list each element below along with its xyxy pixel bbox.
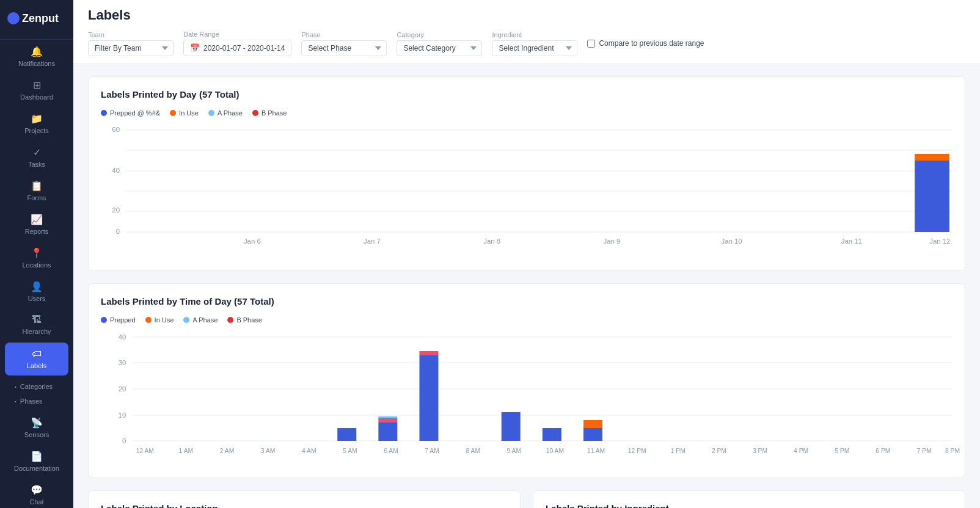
sidebar-item-sensors[interactable]: 📡 Sensors xyxy=(0,411,73,445)
svg-rect-53 xyxy=(378,423,397,441)
svg-rect-52 xyxy=(337,428,356,441)
sidebar-subitem-categories[interactable]: Categories xyxy=(0,379,73,394)
ingredient-filter-label: Ingredient xyxy=(492,31,577,38)
legend-time-aphase: A Phase xyxy=(183,316,218,324)
svg-text:8 PM: 8 PM xyxy=(945,448,960,454)
legend-dot-time-prepped xyxy=(101,317,107,323)
legend-aphase: A Phase xyxy=(208,109,243,117)
svg-rect-61 xyxy=(583,420,602,428)
phase-select[interactable]: Select Phase xyxy=(301,40,387,56)
svg-text:Zenput: Zenput xyxy=(22,12,59,24)
svg-text:11 AM: 11 AM xyxy=(587,448,605,454)
sidebar-item-labels[interactable]: 🏷 Labels xyxy=(5,343,68,376)
sidebar-item-label: Projects xyxy=(24,127,49,134)
category-select[interactable]: Select Category xyxy=(397,40,482,56)
ingredient-filter: Ingredient Select Ingredient xyxy=(492,31,577,56)
sidebar-item-projects[interactable]: 📁 Projects xyxy=(0,107,73,140)
legend-time-inuse: In Use xyxy=(145,316,174,324)
svg-text:12 AM: 12 AM xyxy=(136,448,154,454)
svg-text:20: 20 xyxy=(119,385,126,393)
svg-text:4 AM: 4 AM xyxy=(302,448,316,454)
sidebar-item-forms[interactable]: 📋 Forms xyxy=(0,174,73,208)
legend-label-aphase: A Phase xyxy=(218,109,243,117)
svg-text:40: 40 xyxy=(119,333,126,341)
sidebar-item-label: Hierarchy xyxy=(22,328,51,335)
legend-dot-aphase xyxy=(208,110,214,116)
sidebar-item-label: Forms xyxy=(27,194,46,201)
legend-label-time-inuse: In Use xyxy=(155,316,174,324)
bell-icon: 🔔 xyxy=(31,46,43,57)
legend-label-time-aphase: A Phase xyxy=(192,316,218,324)
svg-text:1 AM: 1 AM xyxy=(179,448,194,454)
svg-text:0: 0 xyxy=(116,228,120,235)
legend-time-bphase: B Phase xyxy=(227,316,262,324)
locations-icon: 📍 xyxy=(31,247,43,259)
svg-rect-57 xyxy=(419,351,438,355)
team-select[interactable]: Filter By Team xyxy=(88,40,174,56)
category-filter-label: Category xyxy=(397,31,482,38)
sidebar-item-notifications[interactable]: 🔔 Notifications xyxy=(0,40,73,73)
hierarchy-icon: 🏗 xyxy=(32,314,42,325)
dashboard-icon: ⊞ xyxy=(33,79,41,91)
svg-text:Jan 6: Jan 6 xyxy=(244,238,261,245)
sidebar-item-hierarchy[interactable]: 🏗 Hierarchy xyxy=(0,308,73,341)
sidebar: Zenput 🔔 Notifications ⊞ Dashboard 📁 Pro… xyxy=(0,0,73,508)
sidebar-item-label: Notifications xyxy=(18,60,55,67)
svg-text:7 PM: 7 PM xyxy=(916,448,931,454)
team-filter: Team Filter By Team xyxy=(88,31,174,56)
svg-text:40: 40 xyxy=(112,167,120,174)
date-filter-label: Date Range xyxy=(183,31,291,38)
sidebar-item-locations[interactable]: 📍 Locations xyxy=(0,241,73,275)
page-header: Labels Team Filter By Team Date Range 📅 … xyxy=(73,0,980,64)
svg-text:Jan 9: Jan 9 xyxy=(604,238,621,245)
ingredient-table-title: Labels Printed by Ingredient xyxy=(546,503,953,508)
sidebar-item-dashboard[interactable]: ⊞ Dashboard xyxy=(0,73,73,107)
svg-text:30: 30 xyxy=(119,359,126,366)
svg-text:Jan 10: Jan 10 xyxy=(722,238,742,245)
legend-dot-time-aphase xyxy=(183,317,189,323)
svg-text:10 AM: 10 AM xyxy=(546,448,564,454)
forms-icon: 📋 xyxy=(31,180,43,192)
svg-text:5 AM: 5 AM xyxy=(343,448,357,454)
compare-checkbox[interactable] xyxy=(587,40,595,48)
svg-text:Jan 12: Jan 12 xyxy=(929,238,950,245)
sidebar-item-chat[interactable]: 💬 Chat xyxy=(0,478,73,508)
svg-text:2 PM: 2 PM xyxy=(712,448,726,454)
chart-time-legend: Prepped In Use A Phase B Phase xyxy=(101,316,953,324)
sidebar-item-documentation[interactable]: 📄 Documentation xyxy=(0,445,73,478)
svg-rect-56 xyxy=(419,355,438,441)
ingredient-select[interactable]: Select Ingredient xyxy=(492,40,577,56)
svg-text:Jan 11: Jan 11 xyxy=(841,238,862,245)
date-range-picker[interactable]: 📅 2020-01-07 - 2020-01-14 xyxy=(183,40,291,56)
phase-filter: Phase Select Phase xyxy=(301,31,387,56)
folder-icon: 📁 xyxy=(31,113,43,125)
svg-rect-58 xyxy=(502,412,521,441)
legend-label-time-prepped: Prepped xyxy=(110,316,136,324)
svg-text:60: 60 xyxy=(112,126,120,133)
sidebar-item-label: Labels xyxy=(27,362,46,369)
reports-icon: 📈 xyxy=(31,214,43,225)
docs-icon: 📄 xyxy=(31,451,43,462)
svg-text:6 AM: 6 AM xyxy=(384,448,398,454)
svg-rect-60 xyxy=(583,428,602,441)
svg-rect-54 xyxy=(378,418,397,423)
tasks-icon: ✓ xyxy=(33,147,41,158)
legend-dot-bphase xyxy=(252,110,258,116)
date-range-value: 2020-01-07 - 2020-01-14 xyxy=(203,44,285,53)
sidebar-subitem-phases[interactable]: Phases xyxy=(0,394,73,408)
sidebar-item-label: Locations xyxy=(22,261,51,269)
categories-label: Categories xyxy=(20,383,53,390)
sidebar-item-users[interactable]: 👤 Users xyxy=(0,275,73,308)
sidebar-item-tasks[interactable]: ✓ Tasks xyxy=(0,140,73,174)
location-table-title: Labels Printed by Location xyxy=(101,503,508,508)
svg-text:20: 20 xyxy=(112,206,120,214)
sidebar-item-reports[interactable]: 📈 Reports xyxy=(0,208,73,241)
chart-labels-by-time: Labels Printed by Time of Day (57 Total)… xyxy=(88,283,965,478)
svg-rect-20 xyxy=(915,154,949,161)
legend-prepped: Prepped @ %#& xyxy=(101,109,160,117)
compare-checkbox-label[interactable]: Compare to previous date range xyxy=(587,39,704,48)
calendar-icon: 📅 xyxy=(190,43,200,53)
sidebar-item-label: Tasks xyxy=(28,161,45,168)
svg-text:3 AM: 3 AM xyxy=(261,448,276,454)
legend-label-prepped: Prepped @ %#& xyxy=(110,109,160,117)
